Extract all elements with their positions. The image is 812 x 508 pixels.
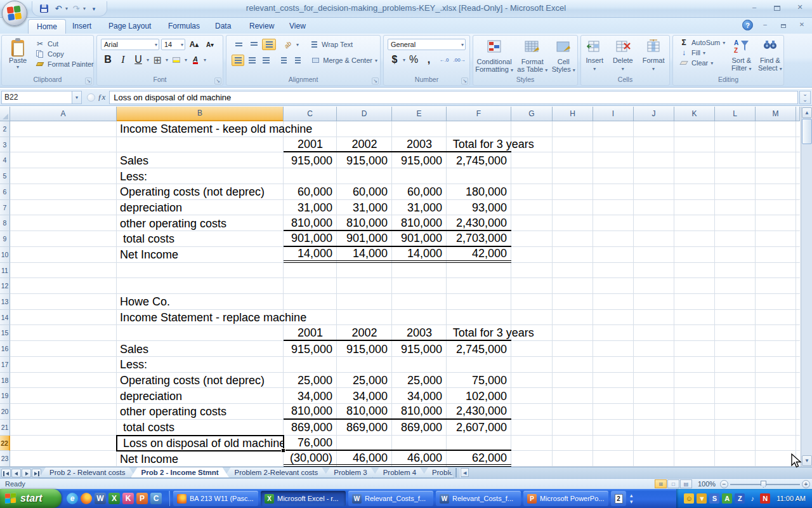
col-header-F[interactable]: F [447,107,511,121]
col-header-B[interactable]: B [117,107,284,121]
shield-icon[interactable]: ▼ [697,493,707,504]
cell-B7[interactable]: depreciation [117,200,284,216]
align-center-button[interactable] [246,55,258,66]
tab-view[interactable]: View [281,19,314,34]
increase-decimal-button[interactable]: ←.0 [437,54,451,65]
cell-E16[interactable]: 915,000 [392,341,447,357]
formula-input[interactable]: Loss on disposal of old machine [109,91,798,104]
normal-view-button[interactable]: ⊞ [655,479,667,488]
cell-D6[interactable]: 60,000 [337,184,392,200]
decrease-decimal-button[interactable]: .00→ [452,54,466,65]
paste-button[interactable]: Paste ▾ [6,38,30,77]
col-header-G[interactable]: G [511,107,553,121]
autosum-button[interactable]: ΣAutoSum▾ [676,37,728,48]
office-button[interactable] [2,1,27,26]
cell-F18[interactable]: 75,000 [447,373,511,389]
col-header-D[interactable]: D [337,107,392,121]
cell-C18[interactable]: 25,000 [284,373,337,389]
cell-E7[interactable]: 31,000 [392,200,447,216]
row-header-23[interactable]: 23 [0,451,10,467]
cell-B16[interactable]: Sales [117,341,284,357]
align-top-button[interactable] [232,39,246,50]
cell-F4[interactable]: 2,745,000 [447,152,511,168]
cell-D21[interactable]: 869,000 [337,420,392,436]
row-header-7[interactable]: 7 [0,200,10,216]
col-header-M[interactable]: M [756,107,796,121]
row-header-11[interactable]: 11 [0,263,10,279]
row-header-5[interactable]: 5 [0,168,10,184]
help-button[interactable]: ? [742,20,753,30]
row-header-14[interactable]: 14 [0,310,10,326]
cell-B6[interactable]: Operating costs (not deprec) [117,184,284,200]
fill-button[interactable]: ↓Fill▾ [676,48,728,58]
excel-icon[interactable]: X [108,493,120,504]
sort-filter-button[interactable]: AZ Sort &Filter ▾ [731,36,752,73]
cell-D18[interactable]: 25,000 [337,373,392,389]
firefox-icon[interactable] [81,493,92,504]
cell-C6[interactable]: 60,000 [284,184,337,200]
workbook-restore-button[interactable] [777,21,790,30]
font-dialog-launcher[interactable]: ↘ [214,77,221,84]
cell-D3[interactable]: 2002 [337,137,392,153]
prev-sheet-button[interactable] [11,469,21,478]
cell-C16[interactable]: 915,000 [284,341,337,357]
workbook-close-button[interactable]: ✕ [796,21,808,30]
cell-C8[interactable]: 810,000 [284,215,337,231]
borders-dropdown-icon[interactable]: ▾ [166,57,168,63]
cell-C10[interactable]: 14,000 [284,247,337,263]
cell-F9[interactable]: 2,703,000 [447,231,511,247]
page-layout-view-button[interactable]: □ [667,479,679,488]
cell-B10[interactable]: Net Income [117,247,284,263]
task-button-4[interactable]: WRelevant_Costs_f... [436,491,521,506]
align-left-button[interactable] [232,55,244,66]
keys-icon[interactable]: K [122,493,134,504]
font-family-select[interactable]: Arial▾ [101,39,159,50]
tab-data[interactable]: Data [207,19,239,34]
sheet-tab-5[interactable]: Problem 4 [372,467,427,478]
tab-formulas[interactable]: Formulas [160,19,208,34]
cell-C7[interactable]: 31,000 [284,200,337,216]
cell-E4[interactable]: 915,000 [392,152,447,168]
word-icon[interactable]: W [95,493,106,504]
tab-split-handle[interactable] [455,468,461,478]
zoom-level[interactable]: 100% [698,480,716,488]
cell-E8[interactable]: 810,000 [392,215,447,231]
row-header-22[interactable]: 22 [0,436,10,451]
antivirus-icon[interactable]: A [722,493,732,504]
cell-D19[interactable]: 34,000 [337,388,392,404]
cell-C23[interactable]: (30,000) [284,451,337,467]
col-header-H[interactable]: H [553,107,593,121]
worksheet-grid[interactable]: ABCDEFGHIJKLM2Income Statement - keep ol… [0,107,812,467]
cell-D10[interactable]: 14,000 [337,247,392,263]
format-as-table-button[interactable]: Formatas Table ▾ [517,37,547,75]
row-header-17[interactable]: 17 [0,357,10,373]
row-header-6[interactable]: 6 [0,184,10,200]
restore-button[interactable] [769,3,785,13]
start-button[interactable]: start [0,489,62,508]
vscroll-thumb[interactable] [802,119,812,144]
zoom-out-button[interactable]: − [720,480,728,488]
align-middle-button[interactable] [247,39,261,50]
borders-button[interactable]: ⊞ [150,54,164,65]
cell-B19[interactable]: depreciation [117,388,284,404]
accounting-dropdown-icon[interactable]: ▾ [403,57,405,63]
sheet-tab-6[interactable]: Proble [421,467,454,478]
col-header-I[interactable]: I [593,107,634,121]
cell-B18[interactable]: Operating costs (not deprec) [117,373,284,389]
row-header-13[interactable]: 13 [0,294,10,310]
col-header-K[interactable]: K [674,107,715,121]
zoom-slider[interactable]: − + [720,479,810,488]
cell-B23[interactable]: Net Income [117,451,284,467]
col-header-J[interactable]: J [634,107,674,121]
copy-button[interactable]: Copy [32,49,96,59]
clear-button[interactable]: Clear▾ [676,58,728,68]
cell-F8[interactable]: 2,430,000 [447,215,511,231]
last-sheet-button[interactable] [32,469,41,478]
task-button-1[interactable]: BA 213 W11 (Pasc... [173,491,258,506]
tab-insert[interactable]: Insert [64,19,100,34]
task-button-2[interactable]: XMicrosoft Excel - r... [261,491,346,506]
comma-style-button[interactable]: , [422,54,436,65]
decrease-indent-button[interactable] [277,55,290,66]
cell-D9[interactable]: 901,000 [337,231,392,247]
font-color-dropdown-icon[interactable]: ▾ [204,57,206,63]
